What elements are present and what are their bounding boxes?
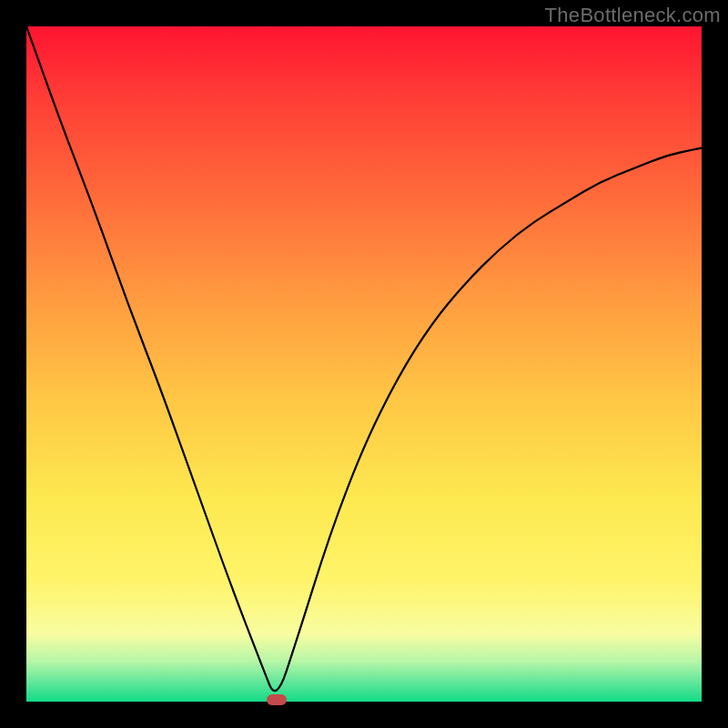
bottleneck-curve (26, 26, 702, 691)
watermark-text: TheBottleneck.com (545, 4, 721, 27)
optimal-point-marker (267, 694, 287, 705)
curve-svg (26, 26, 702, 702)
chart-frame: TheBottleneck.com (0, 0, 728, 728)
chart-plot-area (26, 26, 702, 702)
